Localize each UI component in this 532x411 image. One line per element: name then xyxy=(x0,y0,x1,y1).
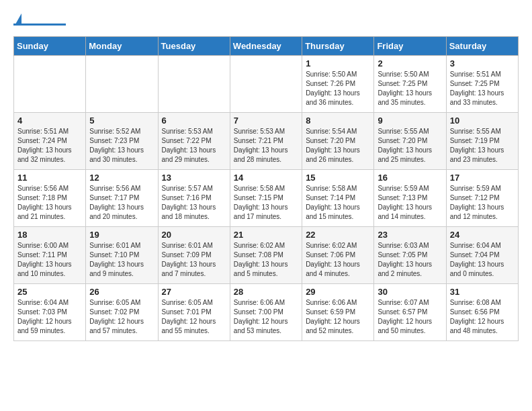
day-number: 20 xyxy=(162,230,226,240)
day-content: Sunrise: 6:02 AM Sunset: 7:08 PM Dayligh… xyxy=(234,241,298,279)
day-number: 22 xyxy=(306,230,370,240)
table-row: 16Sunrise: 5:59 AM Sunset: 7:13 PM Dayli… xyxy=(374,170,446,227)
table-row: 19Sunrise: 6:01 AM Sunset: 7:10 PM Dayli… xyxy=(86,227,158,284)
day-content: Sunrise: 5:59 AM Sunset: 7:13 PM Dayligh… xyxy=(378,184,442,222)
day-content: Sunrise: 5:55 AM Sunset: 7:19 PM Dayligh… xyxy=(450,127,515,165)
day-number: 7 xyxy=(234,116,298,126)
day-number: 1 xyxy=(306,58,370,68)
table-row: 8Sunrise: 5:54 AM Sunset: 7:20 PM Daylig… xyxy=(302,113,374,170)
table-row: 10Sunrise: 5:55 AM Sunset: 7:19 PM Dayli… xyxy=(446,113,518,170)
table-row: 31Sunrise: 6:08 AM Sunset: 6:56 PM Dayli… xyxy=(446,284,518,341)
day-number: 4 xyxy=(17,116,82,126)
col-saturday: Saturday xyxy=(446,37,518,56)
day-content: Sunrise: 5:51 AM Sunset: 7:24 PM Dayligh… xyxy=(17,127,82,165)
day-content: Sunrise: 6:01 AM Sunset: 7:09 PM Dayligh… xyxy=(162,241,226,279)
day-number: 19 xyxy=(89,230,154,240)
day-number: 23 xyxy=(378,230,442,240)
table-row: 18Sunrise: 6:00 AM Sunset: 7:11 PM Dayli… xyxy=(14,227,86,284)
table-row: 1Sunrise: 5:50 AM Sunset: 7:26 PM Daylig… xyxy=(302,56,374,113)
day-content: Sunrise: 5:50 AM Sunset: 7:25 PM Dayligh… xyxy=(378,70,442,107)
day-number: 31 xyxy=(450,287,515,297)
table-row: 29Sunrise: 6:06 AM Sunset: 6:59 PM Dayli… xyxy=(302,284,374,341)
day-content: Sunrise: 5:57 AM Sunset: 7:16 PM Dayligh… xyxy=(162,184,226,222)
table-row: 5Sunrise: 5:52 AM Sunset: 7:23 PM Daylig… xyxy=(86,113,158,170)
day-content: Sunrise: 6:04 AM Sunset: 7:04 PM Dayligh… xyxy=(450,241,515,279)
day-number: 15 xyxy=(306,173,370,183)
day-content: Sunrise: 5:51 AM Sunset: 7:25 PM Dayligh… xyxy=(450,70,515,107)
day-number: 14 xyxy=(234,173,298,183)
col-tuesday: Tuesday xyxy=(158,37,230,56)
day-content: Sunrise: 6:05 AM Sunset: 7:02 PM Dayligh… xyxy=(89,298,154,336)
day-number: 2 xyxy=(378,58,442,68)
table-row: 17Sunrise: 5:59 AM Sunset: 7:12 PM Dayli… xyxy=(446,170,518,227)
col-sunday: Sunday xyxy=(14,37,86,56)
day-number: 29 xyxy=(306,287,370,297)
table-row xyxy=(14,56,86,113)
table-row: 30Sunrise: 6:07 AM Sunset: 6:57 PM Dayli… xyxy=(374,284,446,341)
day-number: 26 xyxy=(89,287,154,297)
day-number: 21 xyxy=(234,230,298,240)
table-row: 27Sunrise: 6:05 AM Sunset: 7:01 PM Dayli… xyxy=(158,284,230,341)
table-row: 22Sunrise: 6:02 AM Sunset: 7:06 PM Dayli… xyxy=(302,227,374,284)
day-number: 13 xyxy=(162,173,226,183)
day-number: 6 xyxy=(162,116,226,126)
table-row xyxy=(158,56,230,113)
col-monday: Monday xyxy=(86,37,158,56)
day-content: Sunrise: 6:08 AM Sunset: 6:56 PM Dayligh… xyxy=(450,298,515,336)
day-number: 25 xyxy=(17,287,82,297)
logo-triangle-icon xyxy=(15,13,21,24)
table-row: 20Sunrise: 6:01 AM Sunset: 7:09 PM Dayli… xyxy=(158,227,230,284)
day-content: Sunrise: 6:07 AM Sunset: 6:57 PM Dayligh… xyxy=(378,298,442,336)
day-number: 24 xyxy=(450,230,515,240)
table-row: 24Sunrise: 6:04 AM Sunset: 7:04 PM Dayli… xyxy=(446,227,518,284)
table-row: 11Sunrise: 5:56 AM Sunset: 7:18 PM Dayli… xyxy=(14,170,86,227)
day-number: 3 xyxy=(450,58,515,68)
col-wednesday: Wednesday xyxy=(230,37,302,56)
day-content: Sunrise: 5:55 AM Sunset: 7:20 PM Dayligh… xyxy=(378,127,442,165)
day-number: 18 xyxy=(17,230,82,240)
day-content: Sunrise: 5:56 AM Sunset: 7:18 PM Dayligh… xyxy=(17,184,82,222)
day-number: 12 xyxy=(89,173,154,183)
day-number: 11 xyxy=(17,173,82,183)
table-row: 6Sunrise: 5:53 AM Sunset: 7:22 PM Daylig… xyxy=(158,113,230,170)
col-thursday: Thursday xyxy=(302,37,374,56)
col-friday: Friday xyxy=(374,37,446,56)
table-row: 7Sunrise: 5:53 AM Sunset: 7:21 PM Daylig… xyxy=(230,113,302,170)
day-content: Sunrise: 6:06 AM Sunset: 7:00 PM Dayligh… xyxy=(234,298,298,336)
day-content: Sunrise: 5:56 AM Sunset: 7:17 PM Dayligh… xyxy=(89,184,154,222)
table-row: 26Sunrise: 6:05 AM Sunset: 7:02 PM Dayli… xyxy=(86,284,158,341)
table-row: 14Sunrise: 5:58 AM Sunset: 7:15 PM Dayli… xyxy=(230,170,302,227)
table-row: 23Sunrise: 6:03 AM Sunset: 7:05 PM Dayli… xyxy=(374,227,446,284)
day-content: Sunrise: 5:53 AM Sunset: 7:22 PM Dayligh… xyxy=(162,127,226,165)
day-content: Sunrise: 6:02 AM Sunset: 7:06 PM Dayligh… xyxy=(306,241,370,279)
table-row: 9Sunrise: 5:55 AM Sunset: 7:20 PM Daylig… xyxy=(374,113,446,170)
table-row: 21Sunrise: 6:02 AM Sunset: 7:08 PM Dayli… xyxy=(230,227,302,284)
day-content: Sunrise: 6:04 AM Sunset: 7:03 PM Dayligh… xyxy=(17,298,82,336)
table-row: 2Sunrise: 5:50 AM Sunset: 7:25 PM Daylig… xyxy=(374,56,446,113)
table-row: 12Sunrise: 5:56 AM Sunset: 7:17 PM Dayli… xyxy=(86,170,158,227)
calendar-table: Sunday Monday Tuesday Wednesday Thursday… xyxy=(13,36,519,341)
day-number: 8 xyxy=(306,116,370,126)
day-number: 30 xyxy=(378,287,442,297)
logo xyxy=(13,13,66,26)
day-content: Sunrise: 5:52 AM Sunset: 7:23 PM Dayligh… xyxy=(89,127,154,165)
day-number: 10 xyxy=(450,116,515,126)
day-content: Sunrise: 6:00 AM Sunset: 7:11 PM Dayligh… xyxy=(17,241,82,279)
table-row: 25Sunrise: 6:04 AM Sunset: 7:03 PM Dayli… xyxy=(14,284,86,341)
day-number: 16 xyxy=(378,173,442,183)
logo-underline xyxy=(13,24,66,26)
day-number: 28 xyxy=(234,287,298,297)
table-row xyxy=(86,56,158,113)
day-number: 17 xyxy=(450,173,515,183)
day-content: Sunrise: 6:06 AM Sunset: 6:59 PM Dayligh… xyxy=(306,298,370,336)
day-number: 9 xyxy=(378,116,442,126)
day-content: Sunrise: 5:58 AM Sunset: 7:14 PM Dayligh… xyxy=(306,184,370,222)
day-content: Sunrise: 5:54 AM Sunset: 7:20 PM Dayligh… xyxy=(306,127,370,165)
table-row: 3Sunrise: 5:51 AM Sunset: 7:25 PM Daylig… xyxy=(446,56,518,113)
day-content: Sunrise: 5:50 AM Sunset: 7:26 PM Dayligh… xyxy=(306,70,370,107)
table-row: 4Sunrise: 5:51 AM Sunset: 7:24 PM Daylig… xyxy=(14,113,86,170)
day-content: Sunrise: 5:58 AM Sunset: 7:15 PM Dayligh… xyxy=(234,184,298,222)
day-content: Sunrise: 6:03 AM Sunset: 7:05 PM Dayligh… xyxy=(378,241,442,279)
table-row: 15Sunrise: 5:58 AM Sunset: 7:14 PM Dayli… xyxy=(302,170,374,227)
table-row xyxy=(230,56,302,113)
